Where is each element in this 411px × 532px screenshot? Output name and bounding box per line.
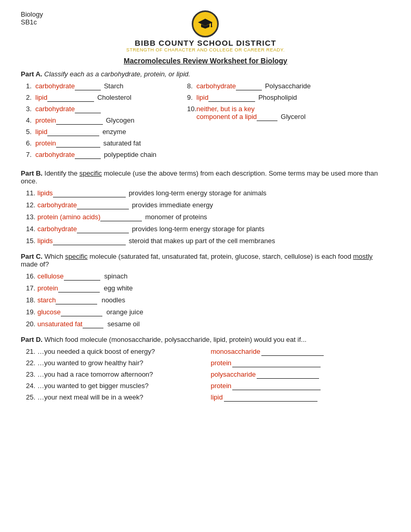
list-item: 12. carbohydrate provides immediate ener… (26, 201, 390, 209)
list-item: 21. …you needed a quick boost of energy? (26, 348, 206, 356)
list-item: 9. lipid Phospholipid (187, 94, 311, 102)
list-item: polysaccharide (211, 370, 391, 379)
list-item: 25. …your next meal will be in a week? (26, 393, 206, 402)
list-item: 2. lipid Cholesterol (26, 94, 171, 102)
list-item: protein (211, 359, 391, 367)
part-d-label: Part D. Which food molecule (monosacchar… (21, 336, 390, 343)
list-item: 4. protein Glycogen (26, 116, 171, 125)
list-item: 8. carbohydrate Polysaccharide (187, 82, 311, 90)
list-item: 1. carbohydrate Starch (26, 82, 171, 90)
list-item: protein (211, 382, 391, 390)
list-item: 16. cellulose spinach (26, 272, 390, 281)
part-a-right: 8. carbohydrate Polysaccharide 9. lipid … (187, 82, 311, 162)
page-title: Macromolecules Review Worksheet for Biol… (21, 57, 390, 65)
part-b-section: Part B. Identify the specific molecule (… (21, 169, 390, 245)
part-a-label: Part A. Classify each as a carbohydrate,… (21, 70, 390, 78)
list-item: 17. protein egg white (26, 284, 390, 292)
list-item: 22. …you wanted to grow healthy hair? (26, 359, 206, 367)
part-b-label: Part B. Identify the specific molecule (… (21, 169, 390, 185)
part-a-left: 1. carbohydrate Starch 2. lipid Choleste… (26, 82, 171, 162)
list-item: 20. unsaturated fat sesame oil (26, 320, 390, 328)
school-tagline: STRENGTH OF CHARACTER AND COLLEGE OR CAR… (126, 47, 285, 52)
part-a-bold: Part A. (21, 70, 42, 78)
part-b-list: 11. lipids provides long-term energy sto… (26, 189, 390, 245)
part-d-grid: 21. …you needed a quick boost of energy?… (26, 348, 390, 405)
part-c-list: 16. cellulose spinach 17. protein egg wh… (26, 272, 390, 328)
list-item: 18. starch noodles (26, 296, 390, 304)
part-d-section: Part D. Which food molecule (monosacchar… (21, 336, 390, 405)
list-item: 14. carbohydrate provides long-term ener… (26, 225, 390, 233)
list-item: 7. carbohydrate polypeptide chain (26, 151, 171, 159)
school-logo-area: BIBB COUNTY SCHOOL DISTRICT STRENGTH OF … (126, 10, 285, 52)
course-text: SB1c (21, 18, 43, 26)
list-item: 10. neither, but is a key component of a… (187, 105, 311, 121)
list-item: 24. …you wanted to get bigger muscles? (26, 382, 206, 390)
list-item: lipid (211, 393, 391, 402)
school-logo (192, 10, 219, 37)
biology-label: Biology SB1c (21, 10, 43, 26)
list-item: 5. lipid enzyme (26, 128, 171, 136)
list-item: monosaccharide (211, 348, 391, 356)
list-item: 11. lipids provides long-term energy sto… (26, 189, 390, 197)
list-item: 13. protein (amino acids) monomer of pro… (26, 213, 390, 221)
list-item: 23. …you had a race tomorrow afternoon? (26, 370, 206, 379)
part-c-section: Part C. Which specific molecule (saturat… (21, 252, 390, 328)
part-a-columns: 1. carbohydrate Starch 2. lipid Choleste… (26, 82, 390, 162)
part-c-label: Part C. Which specific molecule (saturat… (21, 252, 390, 268)
list-item: 3. carbohydrate (26, 105, 171, 113)
school-name: BIBB COUNTY SCHOOL DISTRICT (135, 38, 276, 47)
list-item: 19. glucose orange juice (26, 308, 390, 316)
biology-text: Biology (21, 10, 43, 18)
header: Biology SB1c BIBB COUNTY SCHOOL DISTRICT… (21, 10, 390, 52)
svg-point-3 (211, 26, 213, 28)
part-a-section: Part A. Classify each as a carbohydrate,… (21, 70, 390, 162)
svg-marker-0 (198, 19, 213, 26)
list-item: 6. protein saturated fat (26, 139, 171, 148)
graduation-cap-icon (197, 16, 214, 32)
part-a-italic: Classify each as a carbohydrate, protein… (42, 70, 190, 78)
list-item: 15. lipids steroid that makes up part of… (26, 237, 390, 245)
